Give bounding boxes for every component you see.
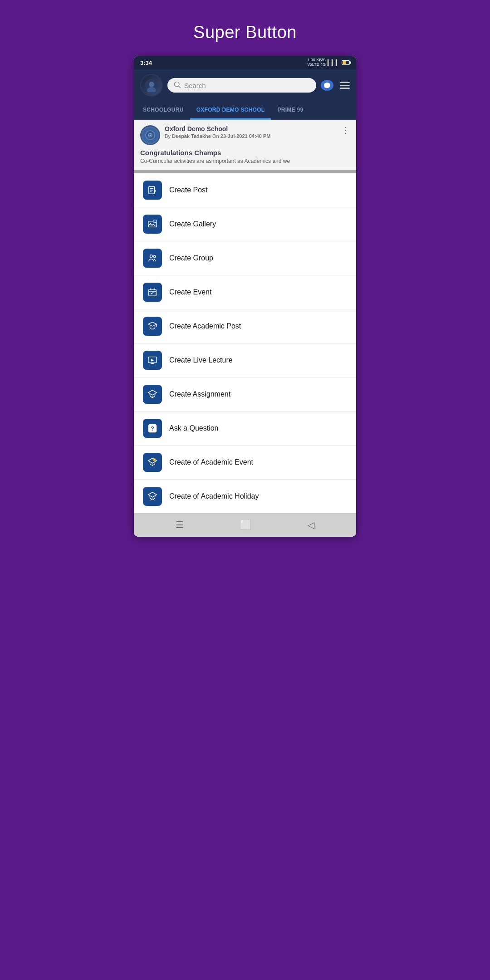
menu-label-create-gallery: Create Gallery [169, 220, 216, 228]
menu-icon-create-assignment [143, 385, 162, 404]
svg-marker-23 [148, 322, 157, 326]
super-button-menu: Create PostCreate GalleryCreate GroupCre… [134, 173, 356, 513]
tab-schoolguru[interactable]: SCHOOLGURU [137, 101, 190, 119]
bottom-nav-menu-button[interactable]: ☰ [176, 519, 184, 530]
bottom-nav-home-button[interactable]: ⬜ [240, 519, 251, 530]
app-header: Search [134, 69, 356, 101]
avatar-image [141, 75, 162, 96]
outer-container: Super Button 3:34 1.00 KB/S VoLTE 4G ▎▎▎ [122, 9, 368, 537]
svg-text:?: ? [151, 425, 154, 432]
header-actions [321, 80, 350, 91]
status-time: 3:34 [140, 59, 152, 66]
post-school-name: Oxford Demo School [165, 125, 337, 132]
menu-label-create-group: Create Group [169, 254, 213, 262]
hamburger-menu-icon[interactable] [340, 82, 350, 89]
menu-item-create-academic-post[interactable]: Create Academic Post [134, 309, 356, 343]
menu-item-create-event[interactable]: Create Event [134, 275, 356, 309]
status-right: 1.00 KB/S VoLTE 4G ▎▎▎ [307, 58, 350, 67]
chat-icon[interactable] [321, 80, 333, 91]
post-card: Oxford Demo School By Deepak Tadakhe On … [134, 120, 356, 170]
status-bar: 3:34 1.00 KB/S VoLTE 4G ▎▎▎ [134, 56, 356, 69]
svg-rect-30 [152, 397, 153, 398]
svg-point-34 [153, 459, 155, 461]
overlay-background [134, 170, 356, 173]
menu-item-create-academic-holiday[interactable]: Create of Academic Holiday [134, 480, 356, 513]
post-excerpt: Co-Curricular activities are as importan… [140, 158, 350, 164]
svg-marker-38 [148, 492, 157, 497]
avatar[interactable] [140, 74, 163, 97]
search-bar[interactable]: Search [167, 78, 316, 93]
svg-point-18 [153, 255, 156, 258]
menu-icon-create-academic-post [143, 317, 162, 336]
menu-label-create-event: Create Event [169, 288, 211, 296]
post-header: Oxford Demo School By Deepak Tadakhe On … [140, 125, 350, 145]
menu-icon-create-academic-holiday [143, 487, 162, 506]
menu-icon-ask-question: ? [143, 419, 162, 438]
menu-icon-create-live-lecture [143, 351, 162, 370]
svg-rect-15 [153, 220, 157, 223]
status-speed: 1.00 KB/S VoLTE 4G [307, 58, 326, 67]
search-placeholder: Search [184, 82, 206, 89]
menu-icon-create-gallery [143, 215, 162, 234]
school-avatar [140, 125, 160, 145]
menu-label-create-academic-holiday: Create of Academic Holiday [169, 492, 259, 500]
tab-prime99[interactable]: PRIME 99 [271, 101, 309, 119]
menu-icon-create-post [143, 181, 162, 200]
menu-label-create-academic-post: Create Academic Post [169, 322, 241, 330]
search-icon [174, 81, 181, 89]
tab-row: SCHOOLGURU OXFORD DEMO SCHOOL PRIME 99 [134, 101, 356, 120]
svg-marker-26 [151, 359, 154, 362]
svg-point-17 [150, 255, 153, 258]
post-options-button[interactable]: ⋮ [342, 125, 350, 135]
menu-label-create-assignment: Create Assignment [169, 390, 230, 398]
svg-marker-29 [148, 390, 157, 395]
menu-icon-create-group [143, 249, 162, 268]
bottom-nav-back-button[interactable]: ◁ [308, 519, 314, 530]
bottom-nav: ☰ ⬜ ◁ [134, 513, 356, 537]
menu-icon-create-event [143, 283, 162, 302]
menu-label-create-live-lecture: Create Live Lecture [169, 356, 233, 364]
post-title: Congratulations Champs [140, 149, 350, 157]
menu-label-ask-question: Ask a Question [169, 424, 219, 432]
menu-label-create-post: Create Post [169, 186, 207, 194]
menu-item-create-academic-event[interactable]: Create of Academic Event [134, 446, 356, 480]
svg-point-1 [149, 82, 154, 87]
menu-icon-create-academic-event [143, 453, 162, 472]
menu-item-create-assignment[interactable]: Create Assignment [134, 377, 356, 412]
page-title: Super Button [193, 23, 297, 42]
tab-oxford-demo-school[interactable]: OXFORD DEMO SCHOOL [190, 101, 271, 120]
svg-point-14 [150, 223, 152, 224]
svg-line-36 [155, 459, 156, 459]
signal-bars-icon: ▎▎▎ [328, 59, 340, 66]
battery-icon [342, 60, 350, 65]
menu-item-create-live-lecture[interactable]: Create Live Lecture [134, 343, 356, 377]
menu-item-create-post[interactable]: Create Post [134, 173, 356, 207]
battery-fill [343, 61, 346, 64]
menu-item-create-group[interactable]: Create Group [134, 241, 356, 275]
post-meta: By Deepak Tadakhe On 23-Jul-2021 04:40 P… [165, 133, 337, 139]
menu-item-ask-question[interactable]: ?Ask a Question [134, 412, 356, 446]
phone-frame: 3:34 1.00 KB/S VoLTE 4G ▎▎▎ [134, 56, 356, 537]
svg-point-8 [150, 135, 151, 136]
school-logo [142, 127, 159, 144]
post-info: Oxford Demo School By Deepak Tadakhe On … [165, 125, 337, 139]
menu-item-create-gallery[interactable]: Create Gallery [134, 207, 356, 241]
menu-label-create-academic-event: Create of Academic Event [169, 458, 253, 466]
svg-line-4 [179, 86, 180, 88]
